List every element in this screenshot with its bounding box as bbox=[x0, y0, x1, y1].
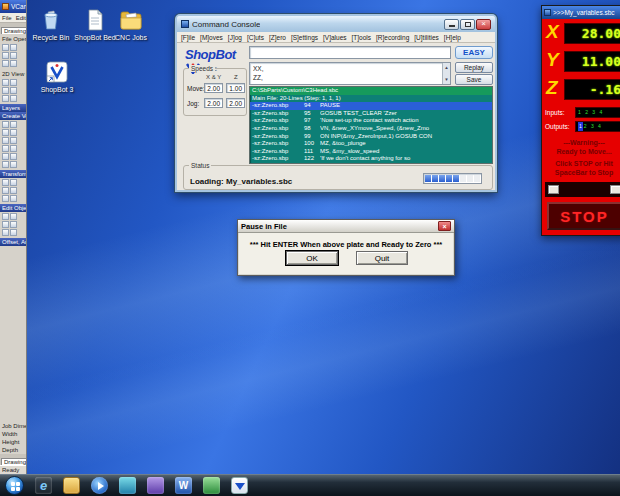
mini-indicator-button[interactable] bbox=[610, 185, 620, 194]
pause-dialog-titlebar[interactable]: Pause in File × bbox=[238, 220, 454, 233]
vcarve-tool-icon[interactable] bbox=[2, 213, 9, 220]
console-line[interactable]: -sz:Zzero.sbp111MS, &my_slow_speed bbox=[250, 148, 492, 156]
file-console[interactable]: C:\SbParts\Custom\C3Head.sbc Main File: … bbox=[249, 86, 493, 164]
vcarve-tool-icon[interactable] bbox=[10, 44, 17, 51]
console-line[interactable]: -sz:Zzero.sbp122'If we don't contact any… bbox=[250, 155, 492, 163]
shopbot-taskbar-icon[interactable] bbox=[231, 477, 248, 494]
vcarve-tool-icon[interactable] bbox=[2, 95, 9, 102]
media-player-icon[interactable] bbox=[91, 477, 108, 494]
menu-jog[interactable]: [J]og bbox=[228, 34, 242, 41]
vcarve-tool-icon[interactable] bbox=[10, 213, 17, 220]
command-history-list[interactable]: XX, ZZ, ▲▼ bbox=[249, 62, 451, 85]
minimize-button[interactable] bbox=[444, 19, 459, 30]
vcarve-tool-icon[interactable] bbox=[10, 129, 17, 136]
vcarve-tool-icon[interactable] bbox=[2, 60, 9, 67]
easy-button[interactable]: EASY bbox=[455, 46, 493, 59]
tab-drawing[interactable]: Drawing bbox=[1, 27, 27, 34]
vcarve-tool-icon[interactable] bbox=[10, 179, 17, 186]
vcarve-tool-icon[interactable] bbox=[10, 121, 17, 128]
vcarve-tool-icon[interactable] bbox=[10, 52, 17, 59]
menu-file[interactable]: [F]ile bbox=[181, 34, 195, 41]
replay-button[interactable]: Replay bbox=[455, 62, 493, 73]
command-console-titlebar[interactable]: Command Console × bbox=[177, 16, 495, 32]
vcarve-tool-icon[interactable] bbox=[10, 161, 17, 168]
console-line-selected[interactable]: -sz:Zzero.sbp94PAUSE bbox=[250, 102, 492, 110]
menu-help[interactable]: [H]elp bbox=[444, 34, 461, 41]
pause-dialog[interactable]: Pause in File × *** Hit ENTER When above… bbox=[237, 219, 455, 276]
menu-values[interactable]: [V]alues bbox=[323, 34, 347, 41]
vcarve-tool-icon[interactable] bbox=[2, 52, 9, 59]
console-line[interactable]: -sz:Zzero.sbp99ON INP(&my_ZzeroInput,1) … bbox=[250, 133, 492, 141]
vcarve-tool-icon[interactable] bbox=[2, 153, 9, 160]
mini-indicator-button[interactable] bbox=[548, 185, 559, 194]
vcarve-tool-icon[interactable] bbox=[2, 137, 9, 144]
section-transform[interactable]: Transform bbox=[0, 170, 26, 178]
vcarve-tool-icon[interactable] bbox=[2, 195, 9, 202]
menu-recording[interactable]: [R]ecording bbox=[376, 34, 409, 41]
stop-button[interactable]: STOP bbox=[547, 202, 620, 230]
console-line[interactable]: -sz:Zzero.sbp98VN, &new_XYmove_Speed, (&… bbox=[250, 125, 492, 133]
menu-moves[interactable]: [M]oves bbox=[200, 34, 223, 41]
move-z-input[interactable]: 1.00 bbox=[226, 83, 245, 93]
vcarve-tool-icon[interactable] bbox=[2, 79, 9, 86]
maximize-button[interactable] bbox=[460, 19, 475, 30]
vcarve-tool-icon[interactable] bbox=[10, 60, 17, 67]
menu-utilities[interactable]: [U]tilities bbox=[414, 34, 439, 41]
taskbar-app-icon[interactable] bbox=[119, 477, 136, 494]
jog-z-input[interactable]: 2.00 bbox=[226, 98, 245, 108]
close-button[interactable]: × bbox=[476, 19, 491, 30]
internet-explorer-icon[interactable] bbox=[35, 477, 52, 494]
menu-zero[interactable]: [Z]ero bbox=[269, 34, 286, 41]
vcarve-tool-icon[interactable] bbox=[2, 129, 9, 136]
section-create-vectors[interactable]: Create Ve bbox=[0, 112, 26, 120]
section-layers[interactable]: Layers bbox=[0, 104, 26, 112]
menu-settings[interactable]: [S]ettings bbox=[291, 34, 318, 41]
scroll-down-icon[interactable]: ▼ bbox=[444, 75, 448, 84]
menu-tools[interactable]: [T]ools bbox=[352, 34, 372, 41]
close-icon[interactable]: × bbox=[438, 221, 451, 231]
vcarve-tool-icon[interactable] bbox=[2, 221, 9, 228]
desktop-icon-recycle-bin[interactable]: Recycle Bin bbox=[28, 8, 74, 42]
history-item[interactable]: XX, bbox=[253, 64, 447, 73]
vcarve-tool-icon[interactable] bbox=[2, 229, 9, 236]
vcarve-tool-icon[interactable] bbox=[10, 187, 17, 194]
vcarve-tool-icon[interactable] bbox=[2, 44, 9, 51]
move-xy-input[interactable]: 2.00 bbox=[204, 83, 223, 93]
desktop-icon-shopbot3[interactable]: ShopBot 3 bbox=[34, 60, 80, 94]
desktop-icon-cnc-jobs[interactable]: CNC Jobs bbox=[108, 8, 154, 42]
jog-xy-input[interactable]: 2.00 bbox=[204, 98, 223, 108]
history-scrollbar[interactable]: ▲▼ bbox=[442, 63, 450, 84]
windows-explorer-icon[interactable] bbox=[63, 477, 80, 494]
bottom-tab-drawing[interactable]: Drawing bbox=[1, 458, 27, 465]
taskbar-app-icon[interactable] bbox=[203, 477, 220, 494]
menu-file[interactable]: File bbox=[2, 15, 12, 21]
console-line[interactable]: -sz:Zzero.sbp95GOSUB TEST_CLEAR 'Zzer bbox=[250, 110, 492, 118]
vcarve-tool-icon[interactable] bbox=[2, 187, 9, 194]
vcarve-tool-icon[interactable] bbox=[10, 195, 17, 202]
vcarve-tool-icon[interactable] bbox=[2, 179, 9, 186]
vcarve-tool-icon[interactable] bbox=[10, 79, 17, 86]
section-edit-objects[interactable]: Edit Objec bbox=[0, 204, 26, 212]
console-line[interactable]: -sz:Zzero.sbp97'Now set-up the contact s… bbox=[250, 117, 492, 125]
start-button[interactable] bbox=[5, 476, 24, 495]
vcarve-tool-icon[interactable] bbox=[2, 161, 9, 168]
position-window[interactable]: >>>My_variables.sbc X 28.00 Y 11.00 Z -.… bbox=[541, 5, 620, 236]
vcarve-tool-icon[interactable] bbox=[10, 137, 17, 144]
word-icon[interactable] bbox=[175, 477, 192, 494]
command-input[interactable] bbox=[249, 46, 451, 59]
position-titlebar[interactable]: >>>My_variables.sbc bbox=[542, 6, 620, 19]
history-item[interactable]: ZZ, bbox=[253, 73, 447, 82]
vcarve-window[interactable]: VCarve Pro File Edit Drawing File Opera … bbox=[0, 0, 27, 474]
vcarve-tool-icon[interactable] bbox=[2, 87, 9, 94]
ok-button[interactable]: OK bbox=[286, 251, 338, 265]
console-line[interactable]: -sz:Zzero.sbp100MZ, &too_plunge bbox=[250, 140, 492, 148]
quit-button[interactable]: Quit bbox=[356, 251, 408, 265]
vcarve-tool-icon[interactable] bbox=[10, 221, 17, 228]
save-button[interactable]: Save bbox=[455, 74, 493, 85]
vcarve-tool-icon[interactable] bbox=[10, 229, 17, 236]
vcarve-tool-icon[interactable] bbox=[2, 121, 9, 128]
taskbar[interactable] bbox=[0, 474, 620, 496]
vcarve-tool-icon[interactable] bbox=[10, 145, 17, 152]
section-offset-array[interactable]: Offset, Ar bbox=[0, 238, 26, 246]
menu-edit[interactable]: Edit bbox=[16, 15, 26, 21]
